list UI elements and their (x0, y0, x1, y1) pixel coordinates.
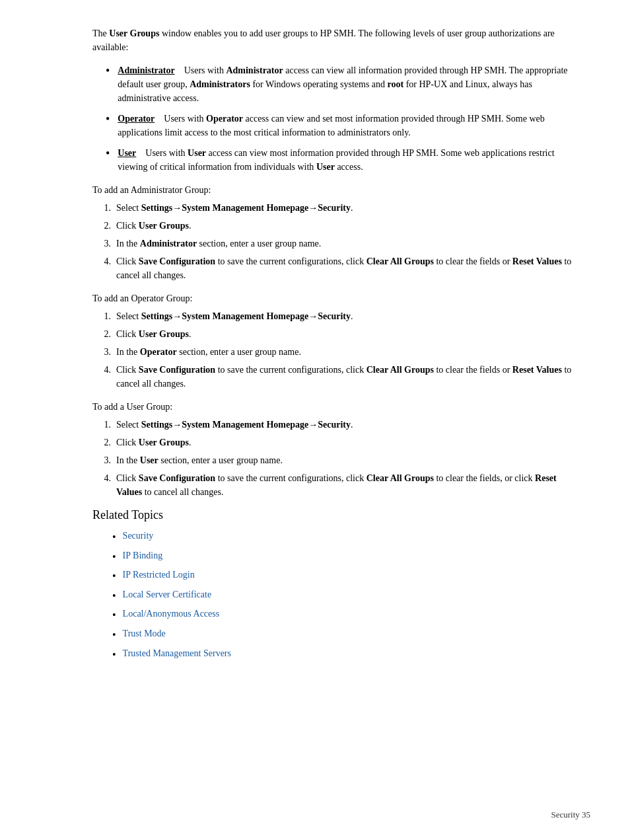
step-num: 3. (92, 237, 111, 250)
roles-list: • Administrator Users with Administrator… (106, 63, 577, 174)
bullet-icon: • (112, 627, 116, 644)
step-num: 4. (92, 471, 111, 485)
bullet-icon: • (106, 65, 110, 77)
user-group-steps: 1. Select Settings→System Management Hom… (92, 418, 577, 499)
step-content: Click Save Configuration to save the cur… (116, 254, 577, 282)
local-server-certificate-link[interactable]: Local Server Certificate (123, 588, 211, 602)
intro-text: window enables you to add user groups to… (92, 28, 555, 52)
list-item: • Trust Mode (112, 627, 577, 644)
list-item: 4. Click Save Configuration to save the … (92, 254, 577, 282)
step-num: 4. (92, 254, 111, 268)
step-num: 1. (92, 201, 111, 215)
ip-restricted-login-link[interactable]: IP Restricted Login (123, 568, 195, 582)
list-item: • User Users with User access can view m… (106, 146, 577, 174)
list-item: • Local/Anonymous Access (112, 607, 577, 624)
step-content: Click User Groups. (116, 436, 577, 449)
intro-paragraph: The User Groups window enables you to ad… (92, 26, 577, 54)
page-footer: Security 35 (551, 810, 590, 820)
admin-group-steps: 1. Select Settings→System Management Hom… (92, 201, 577, 282)
user-term: User (118, 148, 136, 158)
step-content: In the Operator section, enter a user gr… (116, 345, 577, 359)
step-num: 1. (92, 418, 111, 432)
ip-binding-link[interactable]: IP Binding (123, 549, 163, 563)
local-anonymous-access-link[interactable]: Local/Anonymous Access (123, 607, 220, 621)
step-num: 2. (92, 219, 111, 233)
step-num: 2. (92, 327, 111, 341)
step-content: Click Save Configuration to save the cur… (116, 363, 577, 391)
bullet-icon: • (112, 529, 116, 546)
user-groups-term: User Groups (109, 28, 159, 38)
step-content: In the Administrator section, enter a us… (116, 237, 577, 250)
list-item: 1. Select Settings→System Management Hom… (92, 201, 577, 215)
related-topics-list: • Security • IP Binding • IP Restricted … (112, 529, 577, 663)
list-item: • Administrator Users with Administrator… (106, 63, 577, 105)
operator-group-label: To add an Operator Group: (92, 291, 577, 305)
step-content: Click User Groups. (116, 219, 577, 233)
list-item: 2. Click User Groups. (92, 436, 577, 449)
list-item: 1. Select Settings→System Management Hom… (92, 418, 577, 432)
user-bold: User (188, 148, 206, 158)
list-item: 3. In the Operator section, enter a user… (92, 345, 577, 359)
list-item: 3. In the User section, enter a user gro… (92, 453, 577, 467)
footer-text: Security 35 (551, 810, 590, 820)
step-num: 4. (92, 363, 111, 377)
security-link[interactable]: Security (123, 529, 154, 543)
trusted-management-servers-link[interactable]: Trusted Management Servers (123, 646, 231, 661)
administrator-bold: Administrator (226, 65, 283, 75)
bullet-icon: • (112, 568, 116, 585)
bullet-icon: • (112, 646, 116, 664)
administrators-bold: Administrators (190, 79, 250, 89)
bullet-icon: • (106, 113, 110, 125)
list-item: 2. Click User Groups. (92, 219, 577, 233)
list-item: • Security (112, 529, 577, 546)
related-topics-heading: Related Topics (92, 508, 577, 522)
bullet-icon: • (112, 549, 116, 566)
administrator-bullet: Administrator Users with Administrator a… (118, 63, 577, 105)
list-item: 2. Click User Groups. (92, 327, 577, 341)
list-item: • IP Restricted Login (112, 568, 577, 585)
operator-group-steps: 1. Select Settings→System Management Hom… (92, 309, 577, 391)
bullet-icon: • (112, 607, 116, 624)
list-item: • IP Binding (112, 549, 577, 566)
user-group-label: To add a User Group: (92, 400, 577, 414)
step-content: Select Settings→System Management Homepa… (116, 201, 577, 215)
list-item: • Operator Users with Operator access ca… (106, 112, 577, 139)
step-content: Select Settings→System Management Homepa… (116, 418, 577, 432)
bullet-icon: • (112, 588, 116, 605)
step-num: 3. (92, 453, 111, 467)
trust-mode-link[interactable]: Trust Mode (123, 627, 166, 641)
bullet-icon: • (106, 147, 110, 159)
list-item: 3. In the Administrator section, enter a… (92, 237, 577, 250)
step-num: 1. (92, 309, 111, 323)
step-content: Click User Groups. (116, 327, 577, 341)
operator-bullet: Operator Users with Operator access can … (118, 112, 577, 139)
step-content: In the User section, enter a user group … (116, 453, 577, 467)
operator-bold: Operator (206, 114, 243, 124)
admin-group-label: To add an Administrator Group: (92, 183, 577, 197)
list-item: • Local Server Certificate (112, 588, 577, 605)
list-item: 4. Click Save Configuration to save the … (92, 471, 577, 499)
list-item: • Trusted Management Servers (112, 646, 577, 664)
step-content: Click Save Configuration to save the cur… (116, 471, 577, 499)
user-bold2: User (316, 162, 335, 172)
list-item: 1. Select Settings→System Management Hom… (92, 309, 577, 323)
user-bullet: User Users with User access can view mos… (118, 146, 577, 174)
step-num: 2. (92, 436, 111, 449)
administrator-term: Administrator (118, 65, 174, 75)
root-bold: root (388, 79, 404, 89)
page: The User Groups window enables you to ad… (0, 0, 630, 840)
step-num: 3. (92, 345, 111, 359)
operator-term: Operator (118, 114, 155, 124)
step-content: Select Settings→System Management Homepa… (116, 309, 577, 323)
list-item: 4. Click Save Configuration to save the … (92, 363, 577, 391)
